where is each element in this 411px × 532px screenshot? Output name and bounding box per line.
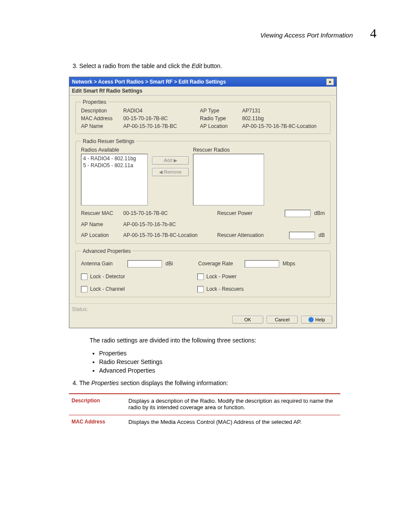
help-button-label: Help xyxy=(315,317,325,322)
properties-legend: Properties xyxy=(81,99,108,105)
coverage-rate-label: Coverage Rate xyxy=(198,261,241,267)
lock-power-checkbox[interactable] xyxy=(197,274,204,280)
edit-radio-dialog: Network > Acess Port Radios > Smart RF >… xyxy=(69,77,337,328)
prop-aploc-label: AP Location xyxy=(200,123,239,129)
rescuer-aploc-label: AP Location xyxy=(81,232,120,238)
prop-desc-value: RADIO4 xyxy=(123,108,196,114)
coverage-rate-input[interactable] xyxy=(245,260,279,268)
bullet-properties: Properties xyxy=(99,350,377,357)
advanced-legend: Advanced Properties xyxy=(81,248,132,254)
prop-radiotype-label: Radio Type xyxy=(200,115,239,121)
rescuer-att-unit: dB xyxy=(318,232,325,238)
rescuer-aploc-value: AP-00-15-70-16-7B-8C-Location xyxy=(123,232,214,238)
rescuer-power-unit: dBm xyxy=(314,210,325,216)
antenna-gain-label: Antenna Gain xyxy=(81,261,124,267)
proptable-key: MAC Address xyxy=(69,415,126,430)
page-header-title: Viewing Access Port Information xyxy=(260,31,353,39)
proptable-key: Description xyxy=(69,394,126,415)
table-row: MAC Address Displays the Media Access Co… xyxy=(69,415,340,430)
chapter-number: 4 xyxy=(370,26,377,40)
rescuer-legend: Radio Resuer Settings xyxy=(81,138,136,144)
rescuer-radios-label: Rescuer Radios xyxy=(193,147,264,153)
antenna-gain-input[interactable] xyxy=(128,260,162,268)
rescuer-fieldset: Radio Resuer Settings Radios Available 4… xyxy=(75,138,330,244)
prop-apname-label: AP Name xyxy=(81,123,120,129)
list-item[interactable]: 4 - RADIO4 - 802.11bg xyxy=(83,155,146,162)
properties-description-table: Description Displays a description of th… xyxy=(69,393,340,429)
help-button[interactable]: Help xyxy=(301,316,332,324)
ok-button[interactable]: OK xyxy=(232,316,263,324)
rescuer-att-label: Rescuer Attenuation xyxy=(217,232,264,238)
prop-aptype-value: AP7131 xyxy=(242,108,325,114)
proptable-val: Displays a description of the Radio. Mod… xyxy=(126,394,340,415)
radios-available-list[interactable]: 4 - RADIO4 - 802.11bg 5 - RADIO5 - 802.1… xyxy=(81,154,148,205)
step-4: The Properties section displays the foll… xyxy=(79,379,377,388)
close-icon[interactable]: × xyxy=(326,78,334,85)
dialog-titlebar: Network > Acess Port Radios > Smart RF >… xyxy=(69,77,336,87)
rescuer-power-input[interactable] xyxy=(285,210,311,217)
lock-channel-checkbox[interactable] xyxy=(81,286,87,292)
lock-detector-label: Lock - Detector xyxy=(90,274,125,280)
bullet-advanced: Advanced Properties xyxy=(99,367,377,374)
remove-button[interactable]: ◀ Remove xyxy=(152,168,189,176)
radios-available-label: Radios Available xyxy=(81,147,148,153)
cancel-button[interactable]: Cancel xyxy=(267,316,298,324)
proptable-val: Displays the Media Access Control (MAC) … xyxy=(126,415,340,430)
rescuer-apname-label: AP Name xyxy=(81,221,120,227)
prop-aploc-value: AP-00-15-70-16-7B-8C-Location xyxy=(242,123,325,129)
prop-radiotype-value: 802.11bg xyxy=(242,115,325,121)
rescuer-mac-label: Rescuer MAC xyxy=(81,210,120,216)
status-label: Status: xyxy=(69,303,336,313)
bullet-rescuer: Radio Rescuer Settings xyxy=(99,358,377,365)
rescuer-att-input[interactable] xyxy=(289,232,315,239)
properties-fieldset: Properties Description RADIO4 AP Type AP… xyxy=(75,99,330,134)
prop-aptype-label: AP Type xyxy=(200,108,239,114)
lock-rescuers-checkbox[interactable] xyxy=(197,286,204,292)
advanced-fieldset: Advanced Properties Antenna Gain dBi Cov… xyxy=(75,248,330,297)
table-row: Description Displays a description of th… xyxy=(69,394,340,415)
step-3-em: Edit xyxy=(192,62,202,69)
prop-desc-label: Description xyxy=(81,108,120,114)
step-3: Select a radio from the table and click … xyxy=(79,62,377,71)
lock-detector-checkbox[interactable] xyxy=(81,274,87,280)
lock-rescuers-label: Lock - Rescuers xyxy=(206,286,244,292)
step-3-post: button. xyxy=(202,62,222,69)
step-4-em: Properties xyxy=(91,380,119,386)
rescuer-apname-value: AP-00-15-70-16-7b-8C xyxy=(123,221,214,227)
add-button[interactable]: Add ▶ xyxy=(152,156,189,165)
antenna-gain-unit: dBi xyxy=(165,261,183,267)
rescuer-power-label: Rescuer Power xyxy=(217,210,252,216)
dialog-subheader: Edit Smart Rf Radio Settings xyxy=(69,87,336,96)
step-4-pre: The xyxy=(79,380,91,386)
list-item[interactable]: 5 - RADIO5 - 802.11a xyxy=(83,162,146,169)
rescuer-radios-list[interactable] xyxy=(193,154,264,205)
step-3-pre: Select a radio from the table and click … xyxy=(79,62,192,69)
lock-power-label: Lock - Power xyxy=(206,274,237,280)
coverage-rate-unit: Mbps xyxy=(283,261,300,267)
rescuer-mac-value: 00-15-70-16-7B-8C xyxy=(123,210,214,216)
step-4-post: section displays the follwing informatio… xyxy=(119,380,228,386)
dialog-title: Network > Acess Port Radios > Smart RF >… xyxy=(72,79,226,85)
prop-mac-label: MAC Address xyxy=(81,115,120,121)
after-dialog-text: The radio settings are divided into the … xyxy=(90,337,377,344)
prop-mac-value: 00-15-70-16-7B-8C xyxy=(123,115,196,121)
help-icon xyxy=(308,317,314,322)
prop-apname-value: AP-00-15-70-16-7B-BC xyxy=(123,123,196,129)
lock-channel-label: Lock - Channel xyxy=(90,286,125,292)
